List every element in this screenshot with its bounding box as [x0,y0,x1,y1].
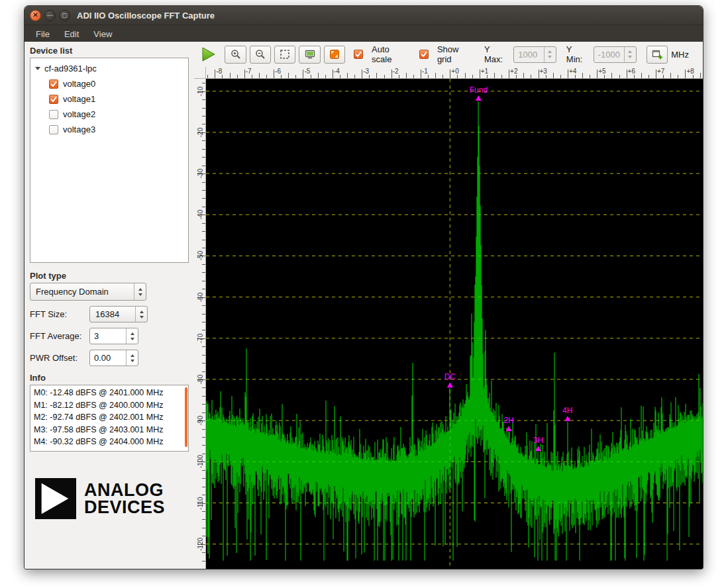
auto-scale-label: Auto scale [372,44,411,64]
ruler-tick [670,73,671,78]
ymin-input[interactable]: -1000 [594,46,637,63]
ruler-tick [222,75,223,78]
channel-checkbox-voltage2[interactable] [49,110,58,119]
fft-average-value: 3 [90,331,126,341]
ymax-input[interactable]: 1000 [513,46,556,63]
chevron-up-icon [140,311,144,313]
zoom-out-button[interactable] [250,46,271,64]
show-grid-checkbox[interactable]: Show grid [419,44,474,64]
fft-plot[interactable]: FundDC2H3H4H [206,79,703,569]
channel-row-voltage3[interactable]: voltage3 [32,122,187,137]
ruler-tick [202,437,205,438]
ruler-tick [384,75,385,78]
ymin-stepper[interactable] [624,47,636,62]
fft-size-select[interactable]: 16384 [89,306,148,322]
show-grid-checkbox-box[interactable] [419,50,429,59]
fullscreen-button[interactable] [324,46,345,64]
ruler-tick [575,75,576,78]
ymin-label: Y Min: [566,44,590,64]
y-tick-label: -20 [197,128,204,137]
channel-row-voltage2[interactable]: voltage2 [32,107,187,122]
chevron-down-icon [628,56,632,58]
expander-icon[interactable] [35,67,40,70]
ymax-label: Y Max: [484,44,510,64]
fft-average-input[interactable]: 3 [89,328,138,344]
x-tick-label: +1 [481,68,488,75]
ruler-tick [641,73,642,78]
fft-trace [206,101,703,561]
x-tick-label: -7 [246,68,252,75]
device-tree[interactable]: cf-ad9361-lpcvoltage0voltage1voltage2vol… [30,58,189,263]
y-tick-label: -110 [197,497,204,509]
zoom-in-button[interactable] [225,46,246,64]
menu-edit[interactable]: Edit [57,25,86,42]
x-tick-label: +8 [686,68,694,75]
maximize-button[interactable]: ▢ [59,10,70,21]
adi-logo-text: ANALOG DEVICES [84,481,165,516]
ruler-tick [202,387,205,388]
info-line: M1: -82.12 dBFS @ 2400.000 MHz [34,399,185,412]
ruler-tick [472,75,473,78]
chevron-down-icon [130,360,134,362]
ruler-tick [202,429,205,430]
check-icon [420,50,428,58]
info-box: M0: -12.48 dBFS @ 2401.000 MHzM1: -82.12… [30,385,189,452]
pwr-offset-label: PWR Offset: [30,353,89,363]
plot-type-select[interactable]: Frequency Domain [30,283,146,301]
y-tick-label: -30 [197,169,204,178]
pwr-offset-stepper[interactable] [126,350,138,366]
ruler-tick [347,73,348,78]
ruler-tick [237,75,238,78]
info-line: M2: -92.74 dBFS @ 2402.001 MHz [34,411,185,424]
window-title: ADI IIO Oscilloscope FFT Capture [77,11,215,21]
ruler-tick [376,73,377,78]
channel-checkbox-voltage0[interactable] [49,79,58,89]
y-tick-label: -50 [197,251,204,260]
ruler-tick [627,70,627,78]
plot-area[interactable]: FundDC2H3H4H [206,79,703,569]
auto-scale-checkbox-box[interactable] [354,50,363,59]
ruler-tick [202,116,205,117]
ruler-tick [501,75,502,78]
marker-label-3H: 3H [533,436,543,445]
ruler-tick [266,75,267,78]
channel-row-voltage0[interactable]: voltage0 [32,76,187,91]
save-capture-button[interactable] [299,46,320,64]
chevron-up-icon [130,332,134,335]
capture-play-button[interactable] [199,45,217,64]
ruler-tick [663,75,664,78]
menu-file[interactable]: File [28,25,57,42]
channel-label: voltage0 [63,79,95,89]
chevron-up-icon [628,50,632,53]
ruler-tick [202,363,205,364]
fft-average-stepper[interactable] [126,328,138,344]
x-tick-label: +3 [540,68,547,75]
channel-checkbox-voltage1[interactable] [49,95,58,104]
auto-scale-checkbox[interactable]: Auto scale [354,44,411,64]
titlebar[interactable]: ✕—▢ ADI IIO Oscilloscope FFT Capture [25,6,703,25]
ruler-tick [202,404,205,405]
menu-view[interactable]: View [86,25,119,42]
info-line: M3: -97.58 dBFS @ 2403.001 MHz [34,424,185,436]
ruler-tick [325,75,326,78]
chevron-down-icon [130,338,134,340]
fft-average-label: FFT Average: [30,331,89,341]
new-plot-button[interactable] [647,46,668,64]
y-tick-label: -40 [197,210,204,219]
channel-checkbox-voltage3[interactable] [49,125,58,134]
chevron-down-icon [138,293,142,296]
ruler-tick [281,75,282,78]
plot-type-stepper[interactable] [134,283,146,300]
pwr-offset-input[interactable]: 0.00 [89,350,138,366]
channel-row-voltage1[interactable]: voltage1 [32,91,187,107]
close-button[interactable]: ✕ [30,10,41,21]
check-icon [50,95,58,103]
x-tick-label: -8 [216,68,222,75]
info-scrollbar[interactable] [185,387,187,447]
fft-size-stepper[interactable] [135,307,147,322]
minimize-button[interactable]: — [44,10,56,21]
zoom-fit-button[interactable] [274,46,295,64]
device-row[interactable]: cf-ad9361-lpc [32,61,187,76]
y-tick-label: -10 [197,86,204,95]
ymax-stepper[interactable] [544,47,556,62]
